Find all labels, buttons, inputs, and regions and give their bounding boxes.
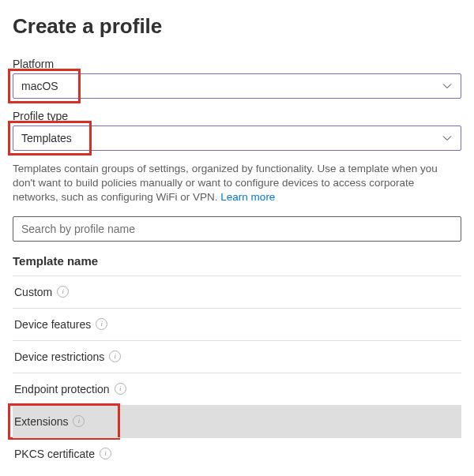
info-icon[interactable]: i	[73, 415, 85, 427]
profile-type-label: Profile type	[13, 110, 461, 122]
profile-type-select-value: Templates	[21, 132, 72, 144]
template-row-extensions[interactable]: Extensions i	[13, 405, 461, 437]
template-row-endpoint-protection[interactable]: Endpoint protection i	[13, 373, 461, 405]
template-row-label: Endpoint protection	[14, 383, 110, 395]
templates-description: Templates contain groups of settings, or…	[13, 162, 461, 205]
search-input[interactable]	[13, 216, 461, 242]
chevron-down-icon	[442, 81, 453, 92]
platform-select-value: macOS	[21, 80, 58, 92]
page-title: Create a profile	[13, 14, 461, 39]
profile-type-select[interactable]: Templates	[13, 126, 461, 151]
info-icon[interactable]: i	[115, 383, 126, 395]
info-icon[interactable]: i	[57, 286, 69, 298]
template-row-label: PKCS certificate	[14, 448, 95, 460]
info-icon[interactable]: i	[96, 318, 107, 330]
template-row-device-features[interactable]: Device features i	[13, 308, 461, 340]
template-row-label: Device features	[14, 318, 91, 331]
template-row-label: Custom	[14, 286, 52, 298]
chevron-down-icon	[442, 133, 453, 144]
template-row-label: Extensions	[14, 415, 68, 428]
template-row-label: Device restrictions	[14, 350, 104, 363]
create-profile-panel: Create a profile Platform macOS Profile …	[0, 0, 474, 476]
platform-select[interactable]: macOS	[13, 73, 461, 99]
template-row-pkcs-certificate[interactable]: PKCS certificate i	[13, 437, 461, 470]
template-row-device-restrictions[interactable]: Device restrictions i	[13, 340, 461, 373]
info-icon[interactable]: i	[100, 448, 111, 459]
templates-list: Custom i Device features i Device restri…	[13, 275, 461, 470]
template-name-column-header[interactable]: Template name	[13, 248, 461, 275]
info-icon[interactable]: i	[109, 350, 121, 362]
platform-label: Platform	[13, 58, 461, 70]
learn-more-link[interactable]: Learn more	[220, 191, 275, 203]
template-row-custom[interactable]: Custom i	[13, 275, 461, 308]
